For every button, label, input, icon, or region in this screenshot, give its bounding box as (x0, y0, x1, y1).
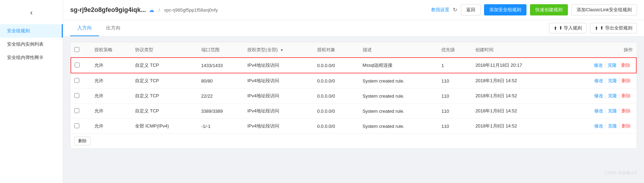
import-rules-button[interactable]: ⬆ ⬆ 导入规则 (549, 23, 587, 33)
sidebar-item-security-group-nic[interactable]: 安全组内弹性网卡 (0, 51, 63, 64)
cell-auth-target: 0.0.0.0/0 (314, 119, 359, 134)
cell-auth-type: IPv4地址段访问 (244, 119, 314, 134)
help-button[interactable]: 教我设置 (431, 7, 449, 13)
cell-checkbox (71, 104, 91, 119)
back-button[interactable]: ‹ (0, 4, 63, 21)
modify-button[interactable]: 修改 (592, 123, 606, 129)
back-button[interactable]: 返回 (461, 4, 481, 15)
cell-priority: 110 (438, 89, 472, 104)
delete-button[interactable]: 删除 (619, 108, 633, 114)
page-title: sg-rj9e2o8gfeo9gig4iqk... (70, 6, 146, 14)
cell-port: 3389/3389 (198, 104, 244, 119)
cell-time: 2018年1月8日 14:52 (472, 104, 558, 119)
add-security-rule-button[interactable]: 添加安全组规则 (484, 4, 526, 15)
delete-button[interactable]: 删除 (619, 62, 632, 68)
tab-inbound[interactable]: 入方向 (70, 21, 99, 36)
tabs-bar: 入方向 出方向 ⬆ ⬆ 导入规则 ⬆ ⬆ 导出全部规则 (63, 20, 644, 37)
cell-ops: 修改 克隆 删除 (559, 73, 636, 89)
cell-desc: System created rule. (359, 119, 438, 134)
cell-port: 80/80 (198, 73, 244, 89)
cell-protocol: 全部 ICMP(IPv4) (132, 119, 198, 134)
footer-cell: 删除 (71, 134, 132, 149)
col-header-auth-target: 授权对象 (314, 43, 359, 58)
modify-button[interactable]: 修改 (592, 62, 605, 68)
table-container: 授权策略 协议类型 端口范围 授权类型(全部) ▼ (70, 42, 637, 149)
clone-button[interactable]: 克隆 (606, 93, 619, 99)
row-checkbox[interactable] (74, 108, 79, 113)
cell-policy: 允许 (91, 119, 132, 134)
export-rules-button[interactable]: ⬆ ⬆ 导出全部规则 (590, 23, 637, 33)
row-checkbox[interactable] (74, 93, 79, 98)
col-header-desc: 描述 (359, 43, 438, 58)
sidebar-nav: 安全组规则 安全组内实例列表 安全组内弹性网卡 (0, 24, 63, 64)
cell-priority: 110 (438, 119, 472, 134)
cell-desc: System created rule. (359, 89, 438, 104)
modify-button[interactable]: 修改 (592, 78, 606, 84)
delete-button[interactable]: 删除 (619, 123, 633, 129)
cell-policy: 允许 (91, 104, 132, 119)
row-checkbox[interactable] (74, 123, 79, 128)
select-all-checkbox[interactable] (74, 47, 79, 52)
col-header-policy: 授权策略 (91, 43, 132, 58)
modify-button[interactable]: 修改 (592, 93, 606, 99)
col-header-checkbox (71, 43, 91, 58)
col-header-priority: 优先级 (438, 43, 472, 58)
col-header-auth-type[interactable]: 授权类型(全部) ▼ (244, 43, 314, 58)
quick-create-rule-button[interactable]: 快速创建规则 (530, 4, 568, 15)
cell-desc: System created rule. (359, 73, 438, 89)
clone-button[interactable]: 克隆 (606, 108, 619, 114)
delete-button[interactable]: 删除 (619, 93, 633, 99)
sidebar-item-security-group-instances[interactable]: 安全组内实例列表 (0, 38, 63, 51)
tab-outbound[interactable]: 出方向 (99, 21, 128, 36)
delete-button[interactable]: 删除 (619, 78, 633, 84)
col-header-time: 创建时间 (472, 43, 558, 58)
cloud-icon: ☁ (149, 7, 154, 13)
cell-port: 22/22 (198, 89, 244, 104)
col-header-ops: 操作 (559, 43, 636, 58)
cell-auth-target: 0.0.0.0/0 (314, 104, 359, 119)
back-chevron-icon: ‹ (30, 8, 33, 17)
table-row: 允许 自定义 TCP 3389/3389 IPv4地址段访问 0.0.0.0/0… (71, 104, 636, 119)
clone-button[interactable]: 克隆 (606, 123, 619, 129)
cell-ops: 修改 克隆 删除 (559, 119, 636, 134)
cell-checkbox (71, 58, 91, 73)
cell-time: 2018年1月8日 14:52 (472, 73, 558, 89)
header-actions: 教我设置 ↻ 返回 添加安全组规则 快速创建规则 添加ClassicLink安全… (431, 4, 637, 15)
import-icon: ⬆ (554, 26, 557, 31)
table-area: 授权策略 协议类型 端口范围 授权类型(全部) ▼ (63, 37, 644, 154)
cell-port: -1/-1 (198, 119, 244, 134)
cell-auth-type: IPv4地址段访问 (244, 89, 314, 104)
cell-desc: System created rule. (359, 104, 438, 119)
table-row: 允许 自定义 TCP 80/80 IPv4地址段访问 0.0.0.0/0 Sys… (71, 73, 636, 89)
col-header-port: 端口范围 (198, 43, 244, 58)
clone-button[interactable]: 克隆 (605, 62, 619, 68)
bulk-delete-button[interactable]: 删除 (74, 137, 90, 145)
main-content: sg-rj9e2o8gfeo9gig4iqk... ☁ / vpc-rj985g… (63, 0, 644, 183)
header-left: sg-rj9e2o8gfeo9gig4iqk... ☁ / vpc-rj985g… (70, 6, 218, 14)
cell-auth-target: 0.0.0.0/0 (314, 58, 359, 73)
cell-checkbox (71, 73, 91, 89)
cell-policy: 允许 (91, 58, 132, 73)
table-row: 允许 自定义 TCP 22/22 IPv4地址段访问 0.0.0.0/0 Sys… (71, 89, 636, 104)
cell-auth-type: IPv4地址段访问 (244, 104, 314, 119)
cell-protocol: 自定义 TCP (132, 73, 198, 89)
cell-ops: 修改 克隆 删除 (559, 104, 636, 119)
clone-button[interactable]: 克隆 (606, 78, 619, 84)
cell-auth-target: 0.0.0.0/0 (314, 89, 359, 104)
modify-button[interactable]: 修改 (592, 108, 606, 114)
cell-policy: 允许 (91, 89, 132, 104)
refresh-icon[interactable]: ↻ (453, 7, 457, 13)
cell-protocol: 自定义 TCP (132, 58, 198, 73)
cell-priority: 1 (438, 58, 472, 73)
add-classic-link-button[interactable]: 添加ClassicLink安全组规则 (571, 4, 637, 15)
sidebar-item-security-group-rules[interactable]: 安全组规则 (0, 24, 63, 38)
auth-type-filter-icon: ▼ (280, 48, 284, 52)
rules-table: 授权策略 协议类型 端口范围 授权类型(全部) ▼ (71, 43, 637, 148)
row-checkbox[interactable] (75, 63, 80, 67)
table-footer-row: 删除 (71, 134, 636, 149)
col-header-protocol: 协议类型 (132, 43, 198, 58)
row-checkbox[interactable] (74, 78, 79, 83)
cell-port: 1433/1433 (198, 58, 244, 73)
table-row: 允许 自定义 TCP 1433/1433 IPv4地址段访问 0.0.0.0/0… (71, 58, 636, 73)
cell-checkbox (71, 89, 91, 104)
